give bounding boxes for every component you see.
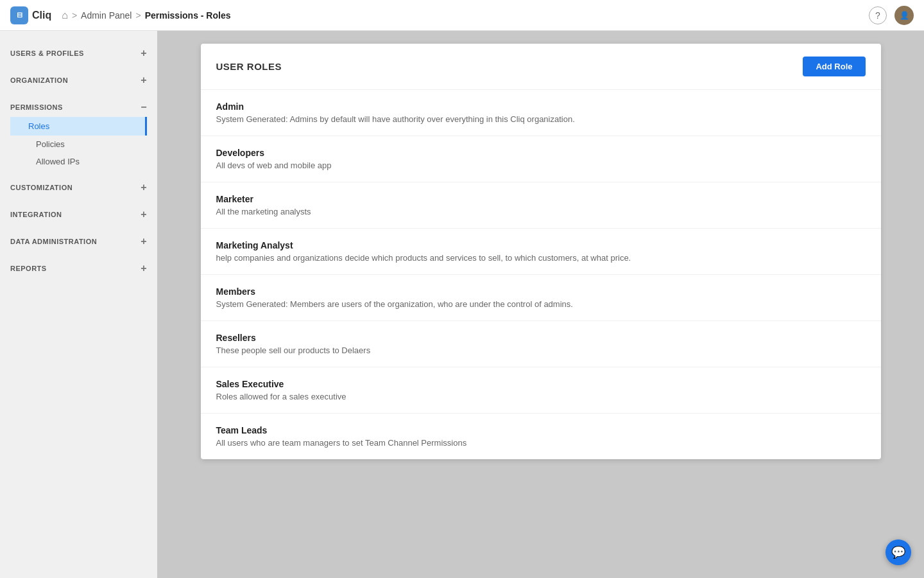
role-row-members[interactable]: Members System Generated: Members are us… [201, 275, 881, 321]
sidebar-section-label-integration: INTEGRATION [10, 211, 62, 218]
card-header: USER ROLES Add Role [201, 44, 881, 90]
sidebar-section-customization: CUSTOMIZATION + [0, 173, 157, 200]
sidebar-section-header-reports[interactable]: REPORTS + [10, 259, 147, 278]
sidebar-section-label-customization: CUSTOMIZATION [10, 184, 73, 191]
sidebar-section-header-org[interactable]: ORGANIZATION + [10, 71, 147, 90]
plus-icon-org: + [141, 74, 147, 86]
role-name-developers: Developers [216, 148, 866, 158]
sidebar-section-header-integration[interactable]: INTEGRATION + [10, 205, 147, 224]
help-button[interactable]: ? [869, 6, 887, 24]
sidebar-item-roles[interactable]: Roles [10, 117, 147, 136]
plus-icon-users: + [141, 48, 147, 59]
sidebar-section-label-reports: REPORTS [10, 265, 47, 272]
plus-icon-data-admin: + [141, 236, 147, 247]
app-name: Cliq [32, 10, 51, 21]
role-desc-sales-executive: Roles allowed for a sales executive [216, 392, 866, 401]
role-row-sales-executive[interactable]: Sales Executive Roles allowed for a sale… [201, 367, 881, 414]
home-icon[interactable]: ⌂ [62, 10, 68, 21]
user-roles-card: USER ROLES Add Role Admin System Generat… [201, 44, 881, 459]
role-name-sales-executive: Sales Executive [216, 379, 866, 389]
role-desc-marketing-analyst: help companies and organizations decide … [216, 253, 866, 263]
plus-icon-customization: + [141, 182, 147, 193]
app-logo[interactable]: ⊟ Cliq [10, 6, 51, 24]
role-desc-marketer: All the marketing analysts [216, 207, 866, 216]
breadcrumb-current: Permissions - Roles [145, 10, 231, 21]
sidebar-section-reports: REPORTS + [0, 254, 157, 281]
role-row-marketing-analyst[interactable]: Marketing Analyst help companies and org… [201, 229, 881, 275]
role-desc-admin: System Generated: Admins by default will… [216, 114, 866, 124]
logo-icon: ⊟ [10, 6, 28, 24]
plus-icon-reports: + [141, 263, 147, 274]
breadcrumb-sep2: > [135, 10, 141, 21]
avatar[interactable]: 👤 [894, 6, 914, 25]
role-name-marketer: Marketer [216, 194, 866, 204]
card-title: USER ROLES [216, 61, 282, 72]
sidebar-section-organization: ORGANIZATION + [0, 66, 157, 92]
role-desc-members: System Generated: Members are users of t… [216, 299, 866, 309]
role-row-admin[interactable]: Admin System Generated: Admins by defaul… [201, 90, 881, 136]
sidebar-section-header-data-admin[interactable]: DATA ADMINISTRATION + [10, 232, 147, 251]
role-name-marketing-analyst: Marketing Analyst [216, 240, 866, 250]
sidebar-section-label-data-admin: DATA ADMINISTRATION [10, 238, 97, 245]
breadcrumb-sep1: > [72, 10, 77, 21]
role-desc-resellers: These people sell our products to Delaer… [216, 346, 866, 355]
role-name-resellers: Resellers [216, 333, 866, 343]
breadcrumb-admin[interactable]: Admin Panel [81, 10, 132, 21]
sidebar-section-header-customization[interactable]: CUSTOMIZATION + [10, 178, 147, 197]
role-row-team-leads[interactable]: Team Leads All users who are team manage… [201, 414, 881, 459]
role-desc-team-leads: All users who are team managers to set T… [216, 438, 866, 448]
plus-icon-integration: + [141, 209, 147, 220]
sidebar-section-label-org: ORGANIZATION [10, 76, 68, 84]
content-area: USER ROLES Add Role Admin System Generat… [157, 31, 924, 578]
sidebar: USERS & PROFILES + ORGANIZATION + PERMIS… [0, 31, 157, 578]
sidebar-section-label-users: USERS & PROFILES [10, 49, 84, 57]
sidebar-item-allowed-ips[interactable]: Allowed IPs [10, 153, 147, 170]
nav-right: ? 👤 [869, 6, 914, 25]
role-row-developers[interactable]: Developers All devs of web and mobile ap… [201, 136, 881, 182]
role-row-resellers[interactable]: Resellers These people sell our products… [201, 321, 881, 367]
sidebar-section-permissions: PERMISSIONS − Roles Policies Allowed IPs [0, 92, 157, 173]
role-desc-developers: All devs of web and mobile app [216, 161, 866, 170]
role-name-members: Members [216, 286, 866, 297]
sidebar-item-policies[interactable]: Policies [10, 136, 147, 153]
minus-icon-permissions: − [141, 101, 147, 113]
role-name-team-leads: Team Leads [216, 425, 866, 435]
sidebar-section-header-users[interactable]: USERS & PROFILES + [10, 44, 147, 63]
chat-bubble[interactable]: 💬 [886, 539, 911, 565]
role-row-marketer[interactable]: Marketer All the marketing analysts [201, 182, 881, 229]
role-name-admin: Admin [216, 101, 866, 112]
top-nav: ⊟ Cliq ⌂ > Admin Panel > Permissions - R… [0, 0, 924, 31]
add-role-button[interactable]: Add Role [803, 57, 865, 76]
sidebar-section-data-admin: DATA ADMINISTRATION + [0, 227, 157, 254]
breadcrumb: ⌂ > Admin Panel > Permissions - Roles [62, 10, 230, 21]
sidebar-section-integration: INTEGRATION + [0, 200, 157, 227]
sidebar-section-label-permissions: PERMISSIONS [10, 103, 63, 111]
main-layout: USERS & PROFILES + ORGANIZATION + PERMIS… [0, 31, 924, 578]
sidebar-section-users-profiles: USERS & PROFILES + [0, 39, 157, 66]
sidebar-section-header-permissions[interactable]: PERMISSIONS − [10, 98, 147, 117]
